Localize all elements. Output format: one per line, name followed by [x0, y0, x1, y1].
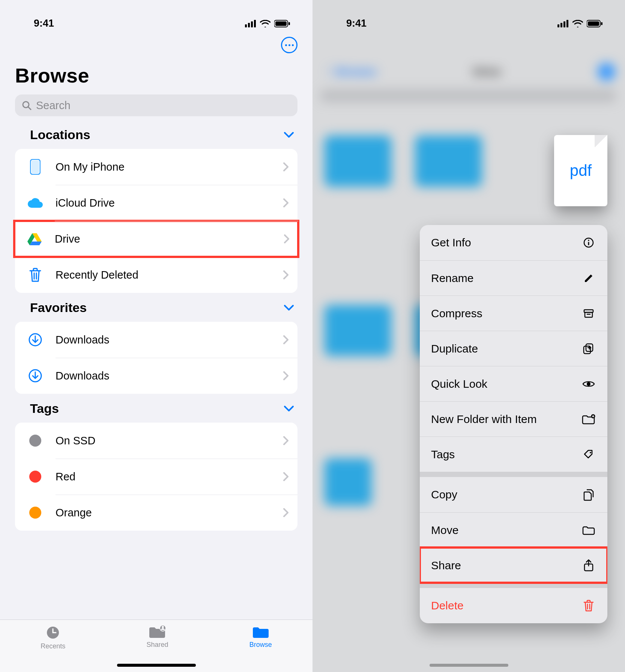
locations-list: On My iPhone iCloud Drive — [15, 149, 297, 293]
home-indicator[interactable] — [430, 664, 508, 667]
menu-new-folder-with-item[interactable]: New Folder with Item — [420, 401, 607, 436]
svg-point-26 — [588, 240, 589, 241]
svg-rect-5 — [275, 21, 287, 26]
tab-bar: Recents Shared Browse — [0, 620, 312, 672]
section-header-locations[interactable]: Locations — [0, 128, 312, 149]
svg-point-35 — [590, 452, 591, 453]
svg-rect-3 — [254, 20, 256, 27]
favorites-list: Downloads Downloads — [15, 322, 297, 394]
status-time: 9:41 — [346, 18, 367, 29]
chevron-right-icon — [283, 508, 288, 517]
tag-on-ssd[interactable]: On SSD — [15, 423, 297, 459]
chevron-right-icon — [283, 198, 288, 207]
trash-icon — [581, 600, 596, 612]
menu-rename[interactable]: Rename — [420, 260, 607, 296]
folder-icon — [252, 625, 269, 639]
more-button[interactable] — [281, 37, 297, 53]
cellular-icon — [245, 20, 256, 27]
iphone-icon — [30, 159, 41, 175]
shared-folder-icon — [149, 625, 166, 639]
svg-rect-21 — [566, 20, 568, 27]
folder-plus-icon — [581, 414, 596, 424]
menu-get-info[interactable]: Get Info — [420, 225, 607, 260]
svg-point-17 — [162, 626, 164, 628]
location-icloud-drive[interactable]: iCloud Drive — [15, 185, 297, 221]
files-browse-screen: 9:41 — [0, 0, 312, 672]
svg-rect-23 — [588, 21, 599, 26]
chevron-right-icon — [284, 234, 289, 243]
chevron-right-icon — [283, 371, 288, 380]
menu-separator — [420, 583, 607, 588]
tag-orange[interactable]: Orange — [15, 495, 297, 531]
menu-delete[interactable]: Delete — [420, 588, 607, 623]
archive-icon — [581, 308, 596, 319]
menu-separator — [420, 472, 607, 477]
share-icon — [581, 559, 596, 572]
clock-icon — [45, 625, 60, 640]
info-icon — [581, 237, 596, 248]
wifi-icon — [572, 20, 583, 27]
svg-point-33 — [587, 382, 590, 386]
svg-rect-1 — [248, 23, 250, 27]
status-icons — [557, 20, 602, 27]
menu-tags[interactable]: Tags — [420, 436, 607, 472]
chevron-right-icon — [283, 335, 288, 344]
svg-rect-27 — [588, 242, 589, 245]
duplicate-icon — [581, 343, 596, 355]
svg-rect-18 — [557, 24, 559, 27]
tag-dot-red-icon — [29, 471, 41, 483]
svg-rect-20 — [563, 21, 565, 27]
download-icon — [29, 369, 42, 382]
cellular-icon — [557, 20, 569, 27]
battery-icon — [587, 20, 602, 27]
status-bar: 9:41 — [312, 0, 625, 36]
pencil-icon — [581, 273, 596, 284]
status-icons — [245, 20, 290, 27]
svg-rect-6 — [288, 22, 290, 25]
download-icon — [29, 333, 42, 346]
tag-dot-gray-icon — [29, 435, 41, 447]
chevron-down-icon — [284, 406, 294, 412]
tab-shared[interactable]: Shared — [146, 625, 168, 649]
pdf-preview[interactable]: pdf — [554, 135, 607, 206]
chevron-down-icon — [284, 305, 294, 311]
menu-quick-look[interactable]: Quick Look — [420, 366, 607, 401]
page-title: Browse — [0, 58, 312, 94]
favorite-downloads-1[interactable]: Downloads — [15, 322, 297, 358]
location-google-drive[interactable]: Drive — [14, 221, 298, 257]
wifi-icon — [260, 20, 270, 27]
tab-browse[interactable]: Browse — [249, 625, 272, 649]
chevron-right-icon — [283, 270, 288, 279]
location-recently-deleted[interactable]: Recently Deleted — [15, 257, 297, 293]
menu-compress[interactable]: Compress — [420, 296, 607, 331]
tag-red[interactable]: Red — [15, 459, 297, 495]
tags-list: On SSD Red Orange — [15, 423, 297, 531]
menu-move[interactable]: Move — [420, 512, 607, 548]
menu-share[interactable]: Share — [420, 548, 607, 583]
svg-rect-19 — [560, 23, 562, 27]
chevron-right-icon — [283, 162, 288, 171]
svg-rect-29 — [585, 312, 592, 317]
menu-copy[interactable]: Copy — [420, 477, 607, 512]
section-header-favorites[interactable]: Favorites — [0, 300, 312, 322]
favorite-downloads-2[interactable]: Downloads — [15, 358, 297, 394]
trash-icon — [29, 268, 41, 282]
status-bar: 9:41 — [0, 0, 312, 36]
menu-duplicate[interactable]: Duplicate — [420, 331, 607, 366]
search-input[interactable]: Search — [15, 94, 297, 116]
eye-icon — [581, 380, 596, 388]
home-indicator[interactable] — [117, 664, 196, 667]
pdf-label: pdf — [570, 162, 592, 180]
battery-icon — [274, 20, 290, 27]
files-context-menu-screen: 〈 Browse Drive 9:41 — [312, 0, 625, 672]
chevron-down-icon — [284, 132, 294, 138]
section-header-tags[interactable]: Tags — [0, 401, 312, 423]
google-drive-icon — [27, 232, 42, 245]
search-placeholder: Search — [36, 99, 71, 112]
location-on-my-iphone[interactable]: On My iPhone — [15, 149, 297, 185]
svg-rect-24 — [601, 22, 602, 25]
tab-recents[interactable]: Recents — [41, 625, 65, 650]
svg-line-8 — [28, 107, 31, 110]
chevron-right-icon — [283, 436, 288, 445]
copy-icon — [581, 488, 596, 501]
